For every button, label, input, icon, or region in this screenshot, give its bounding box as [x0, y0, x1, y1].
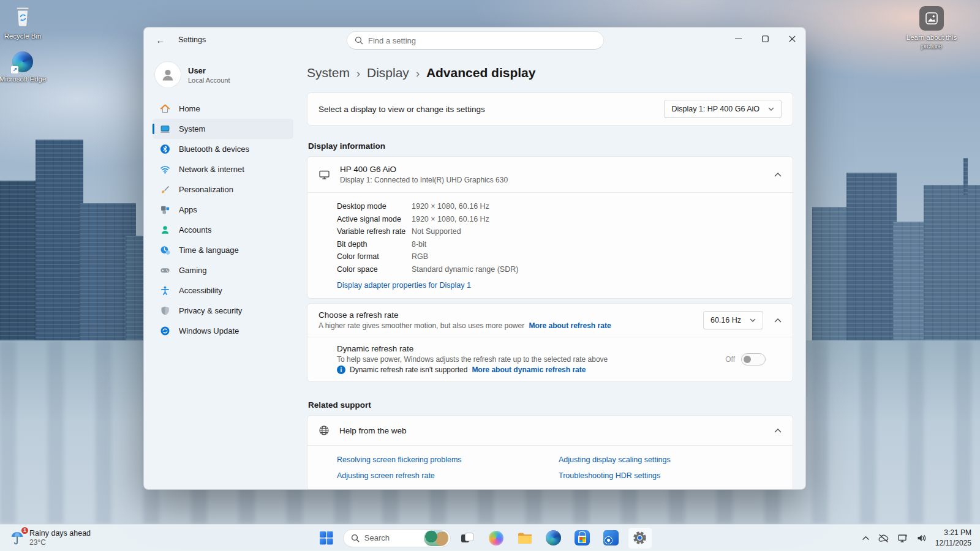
building — [0, 181, 38, 341]
outlook-button[interactable] — [599, 527, 624, 549]
building — [846, 173, 897, 342]
sidebar-item-label: Bluetooth & devices — [179, 144, 249, 154]
bluetooth-icon — [160, 144, 170, 154]
taskbar-search-input[interactable] — [364, 533, 417, 542]
tray-date: 12/11/2025 — [935, 538, 971, 548]
wifi-icon — [160, 164, 170, 174]
copilot-button[interactable] — [484, 527, 508, 549]
display-adapter-properties-link[interactable]: Display adapter properties for Display 1 — [337, 281, 471, 290]
system-tray: 3:21 PM 12/11/2025 — [862, 525, 976, 551]
system-icon — [160, 124, 170, 134]
display-info-header[interactable]: HP 400 G6 AiO Display 1: Connected to In… — [307, 157, 793, 192]
desktop-icon-edge[interactable]: ↗ Microsoft Edge — [0, 51, 49, 83]
start-button[interactable] — [314, 527, 339, 549]
more-about-dynamic-refresh-rate-link[interactable]: More about dynamic refresh rate — [472, 365, 586, 374]
desktop-icon-recycle-bin[interactable]: Recycle Bin — [0, 5, 49, 40]
help-link-screen-refresh-rate[interactable]: Adjusting screen refresh rate — [337, 471, 559, 480]
building — [924, 185, 980, 342]
microsoft-store-button[interactable] — [570, 527, 595, 549]
titlebar: ← Settings — [144, 28, 805, 52]
search-icon — [351, 534, 360, 542]
sidebar-item-label: Windows Update — [179, 326, 239, 335]
back-button[interactable]: ← — [151, 32, 170, 48]
learn-about-picture-button[interactable]: Learn about this picture — [905, 6, 959, 51]
chevron-up-icon[interactable] — [774, 173, 782, 177]
help-from-web-title: Help from the web — [339, 426, 407, 435]
sidebar-item-label: System — [179, 124, 205, 133]
tray-clock[interactable]: 3:21 PM 12/11/2025 — [935, 528, 971, 547]
volume-icon[interactable] — [916, 533, 927, 543]
sidebar-item-home[interactable]: Home — [153, 99, 293, 119]
refresh-rate-dropdown[interactable]: 60.16 Hz — [703, 311, 763, 329]
breadcrumb-system[interactable]: System — [307, 66, 350, 80]
weather-temperature: 23°C — [29, 538, 91, 547]
onedrive-offline-icon[interactable] — [878, 533, 889, 543]
sidebar-item-accessibility[interactable]: Accessibility — [153, 280, 293, 301]
outlook-icon — [603, 530, 619, 545]
sidebar: User Local Account Home System Bluetooth… — [144, 52, 297, 489]
dynamic-refresh-rate-subtitle: To help save power, Windows adjusts the … — [337, 355, 608, 364]
user-account-block[interactable]: User Local Account — [153, 57, 293, 99]
notification-badge: 1 — [20, 526, 29, 535]
sidebar-item-system[interactable]: System — [153, 119, 293, 139]
info-row: Bit depth8-bit — [337, 238, 782, 251]
help-link-display-scaling[interactable]: Adjusting display scaling settings — [559, 455, 780, 464]
weather-widget[interactable]: 1 Rainy days ahead 23°C — [5, 525, 96, 551]
help-link-screen-flickering[interactable]: Resolving screen flickering problems — [337, 455, 559, 464]
building-spire — [963, 158, 968, 195]
sidebar-item-time-language[interactable]: Time & language — [153, 240, 293, 260]
sidebar-item-apps[interactable]: Apps — [153, 200, 293, 220]
dynamic-refresh-rate-toggle[interactable] — [741, 353, 766, 365]
accessibility-icon — [160, 285, 170, 296]
window-title: Settings — [178, 36, 206, 44]
help-link-hdr-settings[interactable]: Troubleshooting HDR settings — [559, 471, 780, 480]
dynamic-refresh-notice: Dynamic refresh rate isn't supported — [350, 365, 467, 374]
chevron-up-icon[interactable] — [774, 429, 782, 433]
select-display-label: Select a display to view or change its s… — [318, 105, 485, 114]
sidebar-item-bluetooth-devices[interactable]: Bluetooth & devices — [153, 139, 293, 159]
clock-globe-icon — [160, 245, 170, 255]
sidebar-item-label: Home — [179, 104, 200, 113]
info-row: Color formatRGB — [337, 250, 782, 263]
maximize-button[interactable] — [752, 28, 778, 50]
sidebar-item-gaming[interactable]: Gaming — [153, 260, 293, 280]
sidebar-item-privacy-security[interactable]: Privacy & security — [153, 301, 293, 321]
info-icon: i — [337, 365, 345, 374]
more-about-refresh-rate-link[interactable]: More about refresh rate — [529, 321, 611, 330]
tray-chevron-up-icon[interactable] — [862, 536, 870, 541]
settings-search-box[interactable] — [347, 31, 604, 50]
sidebar-item-network-internet[interactable]: Network & internet — [153, 159, 293, 179]
help-from-web-header[interactable]: Help from the web — [307, 416, 793, 445]
picture-info-icon — [919, 6, 944, 31]
settings-taskbar-button[interactable] — [628, 527, 652, 549]
display-select-dropdown[interactable]: Display 1: HP 400 G6 AiO — [664, 100, 782, 118]
breadcrumb-display[interactable]: Display — [367, 66, 409, 80]
sidebar-item-windows-update[interactable]: Windows Update — [153, 321, 293, 341]
sidebar-item-accounts[interactable]: Accounts — [153, 220, 293, 240]
breadcrumb: System › Display › Advanced display — [307, 66, 793, 80]
monitor-icon — [318, 170, 330, 180]
file-explorer-button[interactable] — [513, 527, 537, 549]
refresh-rate-subtitle: A higher rate gives smoother motion, but… — [318, 321, 524, 330]
building — [36, 140, 83, 342]
settings-search-input[interactable] — [368, 36, 596, 45]
info-row: Variable refresh rateNot Supported — [337, 225, 782, 238]
taskbar-search-box[interactable] — [343, 529, 451, 547]
close-button[interactable] — [778, 28, 805, 50]
minimize-button[interactable] — [725, 28, 752, 50]
globe-icon — [318, 425, 330, 436]
info-row: Desktop mode1920 × 1080, 60.16 Hz — [337, 200, 782, 213]
sidebar-item-label: Time & language — [179, 246, 239, 255]
apps-icon — [160, 204, 170, 215]
task-view-button[interactable] — [455, 527, 480, 549]
weather-headline: Rainy days ahead — [29, 529, 91, 538]
avatar — [155, 62, 181, 88]
edge-button[interactable] — [541, 527, 566, 549]
sidebar-item-label: Accessibility — [179, 286, 222, 295]
help-from-web-card: Help from the web Resolving screen flick… — [307, 415, 793, 489]
network-icon[interactable] — [897, 533, 908, 543]
chevron-up-icon[interactable] — [774, 318, 782, 323]
building — [893, 222, 927, 342]
sidebar-item-personalization[interactable]: Personalization — [153, 179, 293, 200]
taskbar-center — [314, 525, 652, 551]
